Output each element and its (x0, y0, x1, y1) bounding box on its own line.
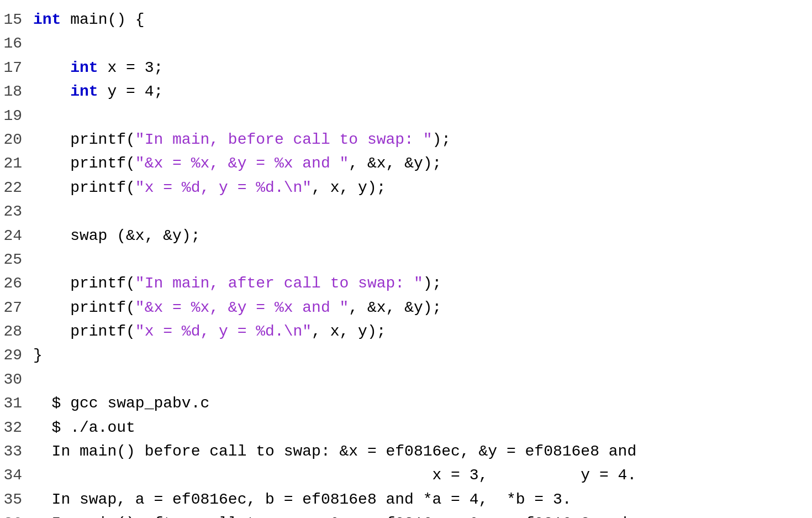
code-line: 35 In swap, a = ef0816ec, b = ef0816e8 a… (0, 488, 812, 511)
code-line: 16 (0, 32, 812, 55)
line-content: In main() after call to swap: &x = ef081… (33, 511, 812, 518)
code-line: 17 int x = 3; (0, 56, 812, 80)
string-token: "&x = %x, &y = %x and " (135, 299, 349, 316)
line-number: 35 (0, 488, 33, 511)
code-line: 22 printf("x = %d, y = %d.\n", x, y); (0, 176, 812, 200)
line-number: 16 (0, 32, 33, 55)
line-number: 20 (0, 128, 33, 151)
code-line: 18 int y = 4; (0, 80, 812, 103)
line-number: 17 (0, 56, 33, 80)
line-content: $ ./a.out (33, 416, 812, 439)
line-number: 18 (0, 80, 33, 103)
line-number: 32 (0, 416, 33, 439)
line-number: 19 (0, 104, 33, 128)
line-number: 27 (0, 296, 33, 320)
line-content: int main() { (33, 8, 812, 32)
line-number: 26 (0, 271, 33, 295)
code-token: printf( (33, 131, 135, 148)
code-token: x = 3; (98, 59, 164, 76)
code-line: 31 $ gcc swap_pabv.c (0, 391, 812, 415)
line-number: 22 (0, 176, 33, 200)
line-content: printf("&x = %x, &y = %x and ", &x, &y); (33, 296, 812, 320)
code-token: printf( (33, 155, 135, 172)
line-content: x = 3, y = 4. (33, 463, 812, 487)
code-line: 27 printf("&x = %x, &y = %x and ", &x, &… (0, 296, 812, 320)
code-line: 23 (0, 200, 812, 223)
string-token: "x = %d, y = %d.\n" (135, 323, 312, 340)
line-content: In main() before call to swap: &x = ef08… (33, 439, 812, 463)
code-token: printf( (33, 179, 135, 196)
code-token: ); (423, 275, 442, 292)
code-line: 36 In main() after call to swap: &x = ef… (0, 511, 812, 518)
string-token: "&x = %x, &y = %x and " (135, 155, 349, 172)
line-number: 30 (0, 368, 33, 391)
code-line: 19 (0, 104, 812, 128)
string-token: "x = %d, y = %d.\n" (135, 179, 312, 196)
code-token: , x, y); (312, 323, 386, 340)
code-line: 26 printf("In main, after call to swap: … (0, 271, 812, 295)
line-content: printf("x = %d, y = %d.\n", x, y); (33, 176, 812, 200)
line-number: 29 (0, 343, 33, 367)
line-content: int x = 3; (33, 56, 812, 80)
code-token: printf( (33, 299, 135, 316)
line-number: 31 (0, 391, 33, 415)
code-token: , &x, &y); (349, 299, 441, 316)
code-token (33, 83, 70, 100)
code-token: } (33, 347, 43, 364)
code-line: 29} (0, 343, 812, 367)
code-token: swap (&x, &y); (33, 227, 200, 244)
code-token: ); (433, 131, 451, 148)
line-number: 28 (0, 320, 33, 343)
line-number: 34 (0, 463, 33, 487)
line-number: 15 (0, 8, 33, 32)
line-number: 25 (0, 248, 33, 271)
line-content: } (33, 343, 812, 367)
code-token: , x, y); (312, 179, 386, 196)
code-viewer: 15int main() {1617 int x = 3;18 int y = … (0, 6, 812, 518)
line-content: printf("&x = %x, &y = %x and ", &x, &y); (33, 151, 812, 175)
code-line: 21 printf("&x = %x, &y = %x and ", &x, &… (0, 151, 812, 175)
line-content: int y = 4; (33, 80, 812, 103)
line-content: printf("In main, before call to swap: ")… (33, 128, 812, 151)
code-token (33, 59, 70, 76)
line-number: 36 (0, 511, 33, 518)
code-line: 25 (0, 248, 812, 271)
line-number: 24 (0, 224, 33, 248)
code-token: printf( (33, 323, 135, 340)
code-token: main() { (61, 11, 144, 28)
line-content: printf("x = %d, y = %d.\n", x, y); (33, 320, 812, 343)
keyword-token: int (70, 83, 98, 100)
code-token: printf( (33, 275, 135, 292)
code-token: , &x, &y); (349, 155, 441, 172)
line-content: printf("In main, after call to swap: "); (33, 271, 812, 295)
line-content: $ gcc swap_pabv.c (33, 391, 812, 415)
code-line: 28 printf("x = %d, y = %d.\n", x, y); (0, 320, 812, 343)
line-number: 33 (0, 439, 33, 463)
line-number: 23 (0, 200, 33, 223)
line-number: 21 (0, 151, 33, 175)
code-line: 30 (0, 368, 812, 391)
code-line: 20 printf("In main, before call to swap:… (0, 128, 812, 151)
line-content: swap (&x, &y); (33, 224, 812, 248)
string-token: "In main, before call to swap: " (135, 131, 433, 148)
code-line: 24 swap (&x, &y); (0, 224, 812, 248)
keyword-token: int (33, 11, 61, 28)
code-line: 34 x = 3, y = 4. (0, 463, 812, 487)
code-line: 15int main() { (0, 8, 812, 32)
code-line: 33 In main() before call to swap: &x = e… (0, 439, 812, 463)
keyword-token: int (70, 59, 98, 76)
string-token: "In main, after call to swap: " (135, 275, 423, 292)
code-line: 32 $ ./a.out (0, 416, 812, 439)
code-token: y = 4; (98, 83, 164, 100)
line-content: In swap, a = ef0816ec, b = ef0816e8 and … (33, 488, 812, 511)
